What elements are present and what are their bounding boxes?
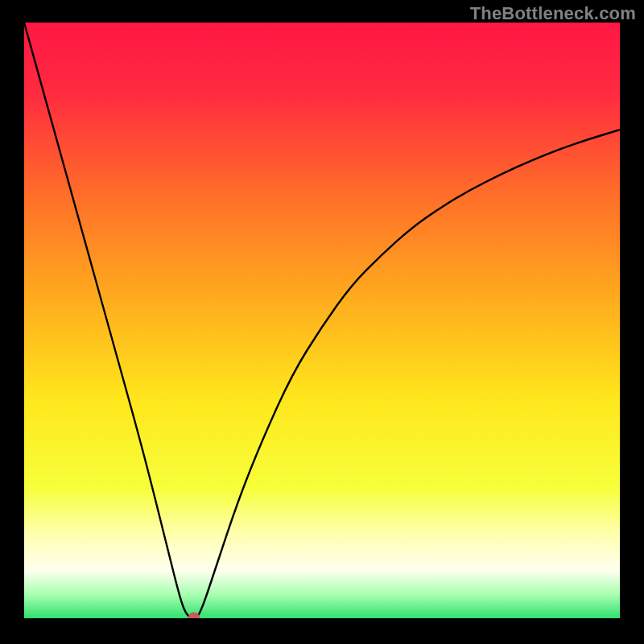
chart-frame: TheBottleneck.com	[0, 0, 644, 644]
bottleneck-chart	[24, 23, 620, 618]
gradient-background	[24, 23, 620, 618]
watermark-text: TheBottleneck.com	[470, 3, 636, 24]
